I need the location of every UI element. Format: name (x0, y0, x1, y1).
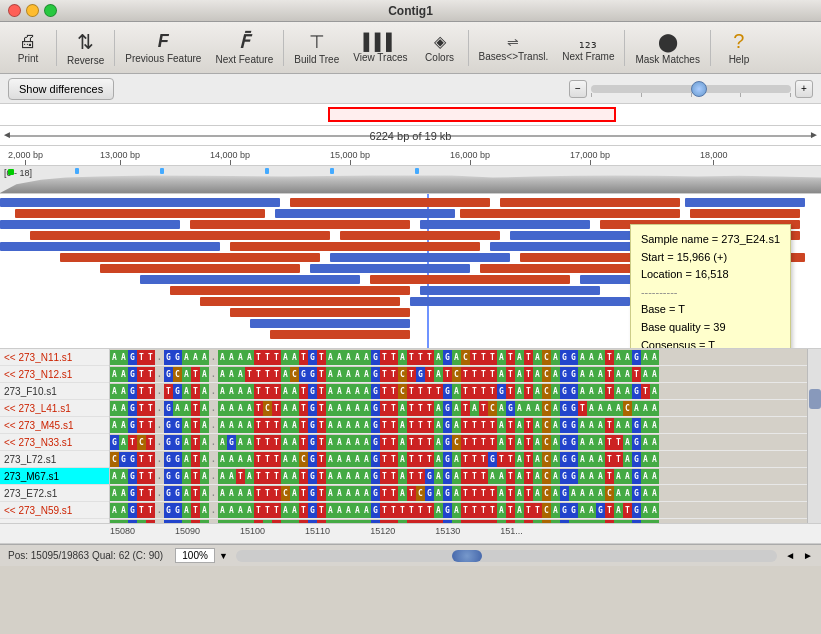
seq-name-6[interactable]: 273_L72.s1 (0, 451, 109, 468)
base: T (425, 435, 434, 450)
base: . (209, 401, 218, 416)
hscroll-thumb[interactable] (452, 550, 482, 562)
colors-button[interactable]: ◈ Colors (416, 26, 464, 70)
read-row (340, 231, 500, 240)
seq-name-3[interactable]: << 273_L41.s1 (0, 400, 109, 417)
base: A (515, 503, 524, 518)
base: A (245, 486, 254, 501)
seq-name-9[interactable]: << 273_N59.s1 (0, 502, 109, 519)
base: T (254, 503, 263, 518)
minimize-button[interactable] (26, 4, 39, 17)
base: A (218, 384, 227, 399)
base: T (524, 486, 533, 501)
base: A (434, 350, 443, 365)
base: A (398, 520, 407, 524)
base: A (200, 469, 209, 484)
base: A (533, 367, 542, 382)
vertical-scrollbar[interactable] (807, 349, 821, 523)
base: T (389, 384, 398, 399)
next-frame-button[interactable]: ₁₂₃ Next Frame (556, 26, 620, 70)
prev-feature-button[interactable]: F Previous Feature (119, 26, 207, 70)
base: A (497, 367, 506, 382)
slider-ticks (591, 93, 791, 97)
base: A (623, 520, 632, 524)
base: T (479, 384, 488, 399)
base: G (569, 367, 578, 382)
base: A (290, 520, 299, 524)
help-icon: ? (733, 30, 744, 53)
base: A (182, 435, 191, 450)
horizontal-scrollbar[interactable] (236, 550, 777, 562)
base: G (371, 469, 380, 484)
mask-matches-button[interactable]: ⬤ Mask Matches (629, 26, 705, 70)
base: A (335, 350, 344, 365)
base: A (353, 452, 362, 467)
help-button[interactable]: ? Help (715, 26, 763, 70)
scroll-left-button[interactable]: ◄ (785, 550, 795, 561)
base: A (551, 486, 560, 501)
base: T (470, 350, 479, 365)
base: T (191, 469, 200, 484)
base: T (416, 452, 425, 467)
base: T (272, 503, 281, 518)
base: A (110, 401, 119, 416)
read-row (200, 297, 400, 306)
base: T (137, 401, 146, 416)
view-traces-button[interactable]: ▌▌▌ View Traces (347, 26, 413, 70)
base: A (614, 418, 623, 433)
read-assembly-area[interactable]: Sample name = 273_E24.s1 Start = 15,966 … (0, 194, 821, 349)
vscroll-thumb[interactable] (809, 389, 821, 409)
seq-name-8[interactable]: 273_E72.s1 (0, 485, 109, 502)
bottom-mark-2: 15100 (240, 526, 265, 536)
zoom-slider-track[interactable] (591, 85, 791, 93)
base: A (587, 435, 596, 450)
base: C (416, 486, 425, 501)
show-differences-button[interactable]: Show differences (8, 78, 114, 100)
print-button[interactable]: 🖨 Print (4, 26, 52, 70)
seq-name-contig[interactable]: Contig1: (0, 519, 109, 523)
base: T (146, 401, 155, 416)
base: A (200, 418, 209, 433)
seq-name-2[interactable]: 273_F10.s1 (0, 383, 109, 400)
bases-transl-button[interactable]: ⇌ Bases<>Transl. (473, 26, 555, 70)
base: T (137, 469, 146, 484)
build-tree-button[interactable]: ⊤ Build Tree (288, 26, 345, 70)
base: A (614, 401, 623, 416)
base: A (452, 469, 461, 484)
scroll-right-button[interactable]: ► (803, 550, 813, 561)
seq-name-4[interactable]: << 273_M45.s1 (0, 417, 109, 434)
zoom-dropdown-icon[interactable]: ▼ (219, 551, 228, 561)
base: T (191, 486, 200, 501)
base: T (407, 520, 416, 524)
base: A (290, 418, 299, 433)
base: G (164, 418, 173, 433)
base: A (434, 435, 443, 450)
seq-name-5[interactable]: << 273_N33.s1 (0, 434, 109, 451)
base: T (407, 452, 416, 467)
base: A (290, 435, 299, 450)
base: A (587, 418, 596, 433)
seq-name-1[interactable]: << 273_N12.s1 (0, 366, 109, 383)
seq-name-7[interactable]: 273_M67.s1 (0, 468, 109, 485)
base: A (119, 469, 128, 484)
base: A (650, 469, 659, 484)
nav-viewport-indicator[interactable] (328, 107, 615, 122)
zoom-in-button[interactable]: + (795, 80, 813, 98)
seq-row-10: AAGAT.GGATA.AAAATATAATGTAAAAAGTTATTTTGAT… (110, 519, 821, 523)
base: A (353, 435, 362, 450)
window-controls[interactable] (8, 4, 57, 17)
base: A (641, 520, 650, 524)
next-feature-button[interactable]: F̄ Next Feature (209, 26, 279, 70)
tooltip-location: Location = 16,518 (641, 266, 780, 284)
maximize-button[interactable] (44, 4, 57, 17)
seq-name-0[interactable]: << 273_N11.s1 (0, 349, 109, 366)
base: A (641, 486, 650, 501)
close-button[interactable] (8, 4, 21, 17)
base: A (515, 469, 524, 484)
base: A (110, 418, 119, 433)
zoom-out-button[interactable]: − (569, 80, 587, 98)
base: T (254, 452, 263, 467)
base: A (119, 418, 128, 433)
reverse-button[interactable]: ⇅ Reverse (61, 26, 110, 70)
base: A (290, 350, 299, 365)
